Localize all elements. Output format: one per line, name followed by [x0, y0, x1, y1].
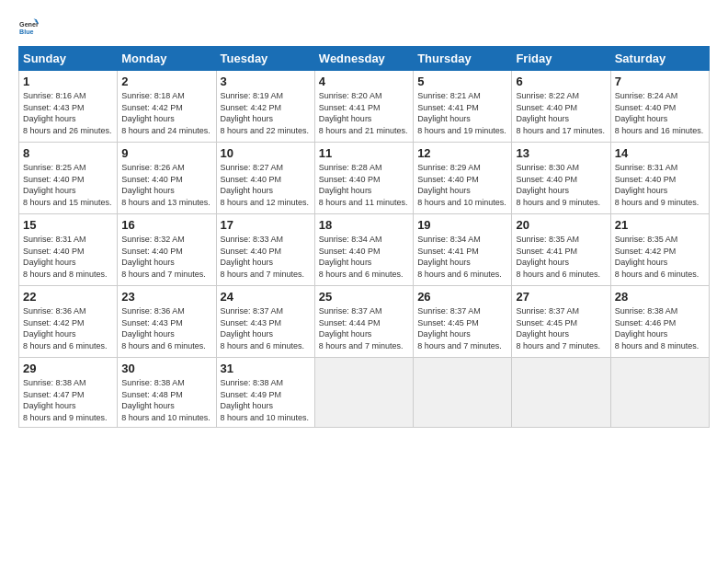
- day-number: 11: [319, 146, 409, 160]
- day-cell-29: 29 Sunrise: 8:38 AM Sunset: 4:47 PM Dayl…: [19, 358, 118, 428]
- day-number: 19: [417, 218, 507, 232]
- empty-cell: [512, 358, 610, 428]
- day-info: Sunrise: 8:18 AM Sunset: 4:42 PM Dayligh…: [121, 90, 211, 136]
- day-info: Sunrise: 8:28 AM Sunset: 4:40 PM Dayligh…: [319, 162, 409, 208]
- day-number: 10: [221, 146, 311, 160]
- weekday-monday: Monday: [118, 47, 216, 71]
- day-number: 13: [516, 146, 606, 160]
- day-number: 25: [319, 290, 409, 304]
- day-cell-3: 3 Sunrise: 8:19 AM Sunset: 4:42 PM Dayli…: [216, 71, 314, 143]
- day-info: Sunrise: 8:21 AM Sunset: 4:41 PM Dayligh…: [417, 90, 507, 136]
- weekday-header-row: SundayMondayTuesdayWednesdayThursdayFrid…: [19, 47, 710, 71]
- day-info: Sunrise: 8:36 AM Sunset: 4:42 PM Dayligh…: [23, 305, 113, 351]
- day-info: Sunrise: 8:37 AM Sunset: 4:45 PM Dayligh…: [417, 305, 507, 351]
- logo: General Blue: [18, 17, 42, 37]
- day-info: Sunrise: 8:34 AM Sunset: 4:41 PM Dayligh…: [417, 234, 507, 280]
- day-number: 7: [615, 75, 705, 88]
- day-number: 16: [121, 218, 211, 232]
- day-cell-5: 5 Sunrise: 8:21 AM Sunset: 4:41 PM Dayli…: [414, 71, 512, 143]
- calendar-table: SundayMondayTuesdayWednesdayThursdayFrid…: [18, 46, 710, 428]
- day-number: 15: [23, 218, 113, 232]
- week-row-1: 1 Sunrise: 8:16 AM Sunset: 4:43 PM Dayli…: [19, 71, 710, 143]
- day-cell-8: 8 Sunrise: 8:25 AM Sunset: 4:40 PM Dayli…: [19, 143, 118, 214]
- day-info: Sunrise: 8:26 AM Sunset: 4:40 PM Dayligh…: [121, 162, 211, 208]
- header: General Blue: [18, 17, 710, 37]
- day-number: 6: [516, 75, 606, 88]
- day-info: Sunrise: 8:38 AM Sunset: 4:49 PM Dayligh…: [221, 377, 311, 423]
- week-row-4: 22 Sunrise: 8:36 AM Sunset: 4:42 PM Dayl…: [19, 286, 710, 358]
- weekday-wednesday: Wednesday: [314, 47, 413, 71]
- day-cell-28: 28 Sunrise: 8:38 AM Sunset: 4:46 PM Dayl…: [610, 286, 709, 358]
- day-cell-20: 20 Sunrise: 8:35 AM Sunset: 4:41 PM Dayl…: [512, 214, 610, 286]
- weekday-friday: Friday: [512, 47, 610, 71]
- day-cell-18: 18 Sunrise: 8:34 AM Sunset: 4:40 PM Dayl…: [314, 214, 413, 286]
- day-cell-9: 9 Sunrise: 8:26 AM Sunset: 4:40 PM Dayli…: [118, 143, 216, 214]
- week-row-5: 29 Sunrise: 8:38 AM Sunset: 4:47 PM Dayl…: [19, 358, 710, 428]
- day-info: Sunrise: 8:33 AM Sunset: 4:40 PM Dayligh…: [221, 234, 311, 280]
- day-cell-22: 22 Sunrise: 8:36 AM Sunset: 4:42 PM Dayl…: [19, 286, 118, 358]
- day-number: 29: [23, 362, 113, 375]
- day-cell-31: 31 Sunrise: 8:38 AM Sunset: 4:49 PM Dayl…: [216, 358, 314, 428]
- day-info: Sunrise: 8:37 AM Sunset: 4:45 PM Dayligh…: [516, 305, 606, 351]
- weekday-tuesday: Tuesday: [216, 47, 314, 71]
- empty-cell: [610, 358, 709, 428]
- day-cell-26: 26 Sunrise: 8:37 AM Sunset: 4:45 PM Dayl…: [414, 286, 512, 358]
- day-number: 4: [319, 75, 409, 88]
- day-info: Sunrise: 8:38 AM Sunset: 4:48 PM Dayligh…: [121, 377, 211, 423]
- day-info: Sunrise: 8:37 AM Sunset: 4:43 PM Dayligh…: [221, 305, 311, 351]
- day-number: 27: [516, 290, 606, 304]
- day-number: 1: [23, 75, 113, 88]
- day-number: 30: [121, 362, 211, 375]
- day-info: Sunrise: 8:29 AM Sunset: 4:40 PM Dayligh…: [417, 162, 507, 208]
- week-row-3: 15 Sunrise: 8:31 AM Sunset: 4:40 PM Dayl…: [19, 214, 710, 286]
- day-cell-2: 2 Sunrise: 8:18 AM Sunset: 4:42 PM Dayli…: [118, 71, 216, 143]
- day-number: 8: [23, 146, 113, 160]
- day-cell-6: 6 Sunrise: 8:22 AM Sunset: 4:40 PM Dayli…: [512, 71, 610, 143]
- day-cell-4: 4 Sunrise: 8:20 AM Sunset: 4:41 PM Dayli…: [314, 71, 413, 143]
- day-cell-1: 1 Sunrise: 8:16 AM Sunset: 4:43 PM Dayli…: [19, 71, 118, 143]
- day-info: Sunrise: 8:38 AM Sunset: 4:46 PM Dayligh…: [615, 305, 705, 351]
- day-number: 18: [319, 218, 409, 232]
- logo-icon: General Blue: [18, 17, 39, 37]
- day-cell-16: 16 Sunrise: 8:32 AM Sunset: 4:40 PM Dayl…: [118, 214, 216, 286]
- day-number: 20: [516, 218, 606, 232]
- day-number: 12: [417, 146, 507, 160]
- day-cell-14: 14 Sunrise: 8:31 AM Sunset: 4:40 PM Dayl…: [610, 143, 709, 214]
- day-info: Sunrise: 8:36 AM Sunset: 4:43 PM Dayligh…: [121, 305, 211, 351]
- day-number: 14: [615, 146, 705, 160]
- empty-cell: [414, 358, 512, 428]
- day-info: Sunrise: 8:35 AM Sunset: 4:42 PM Dayligh…: [615, 234, 705, 280]
- day-number: 31: [221, 362, 311, 375]
- day-cell-24: 24 Sunrise: 8:37 AM Sunset: 4:43 PM Dayl…: [216, 286, 314, 358]
- day-info: Sunrise: 8:31 AM Sunset: 4:40 PM Dayligh…: [23, 234, 113, 280]
- day-number: 5: [417, 75, 507, 88]
- day-info: Sunrise: 8:37 AM Sunset: 4:44 PM Dayligh…: [319, 305, 409, 351]
- day-cell-10: 10 Sunrise: 8:27 AM Sunset: 4:40 PM Dayl…: [216, 143, 314, 214]
- day-info: Sunrise: 8:32 AM Sunset: 4:40 PM Dayligh…: [121, 234, 211, 280]
- day-number: 2: [121, 75, 211, 88]
- day-info: Sunrise: 8:38 AM Sunset: 4:47 PM Dayligh…: [23, 377, 113, 423]
- day-number: 17: [221, 218, 311, 232]
- day-info: Sunrise: 8:31 AM Sunset: 4:40 PM Dayligh…: [615, 162, 705, 208]
- empty-cell: [314, 358, 413, 428]
- day-number: 26: [417, 290, 507, 304]
- day-cell-25: 25 Sunrise: 8:37 AM Sunset: 4:44 PM Dayl…: [314, 286, 413, 358]
- day-number: 3: [221, 75, 311, 88]
- day-number: 28: [615, 290, 705, 304]
- day-cell-23: 23 Sunrise: 8:36 AM Sunset: 4:43 PM Dayl…: [118, 286, 216, 358]
- day-cell-17: 17 Sunrise: 8:33 AM Sunset: 4:40 PM Dayl…: [216, 214, 314, 286]
- day-number: 21: [615, 218, 705, 232]
- day-cell-15: 15 Sunrise: 8:31 AM Sunset: 4:40 PM Dayl…: [19, 214, 118, 286]
- day-cell-30: 30 Sunrise: 8:38 AM Sunset: 4:48 PM Dayl…: [118, 358, 216, 428]
- day-number: 9: [121, 146, 211, 160]
- day-info: Sunrise: 8:20 AM Sunset: 4:41 PM Dayligh…: [319, 90, 409, 136]
- day-info: Sunrise: 8:19 AM Sunset: 4:42 PM Dayligh…: [221, 90, 311, 136]
- svg-text:Blue: Blue: [19, 29, 34, 36]
- calendar-page: General Blue SundayMondayTuesdayWednesda…: [0, 0, 728, 563]
- week-row-2: 8 Sunrise: 8:25 AM Sunset: 4:40 PM Dayli…: [19, 143, 710, 214]
- day-cell-12: 12 Sunrise: 8:29 AM Sunset: 4:40 PM Dayl…: [414, 143, 512, 214]
- weekday-sunday: Sunday: [19, 47, 118, 71]
- day-info: Sunrise: 8:22 AM Sunset: 4:40 PM Dayligh…: [516, 90, 606, 136]
- day-info: Sunrise: 8:24 AM Sunset: 4:40 PM Dayligh…: [615, 90, 705, 136]
- day-info: Sunrise: 8:16 AM Sunset: 4:43 PM Dayligh…: [23, 90, 113, 136]
